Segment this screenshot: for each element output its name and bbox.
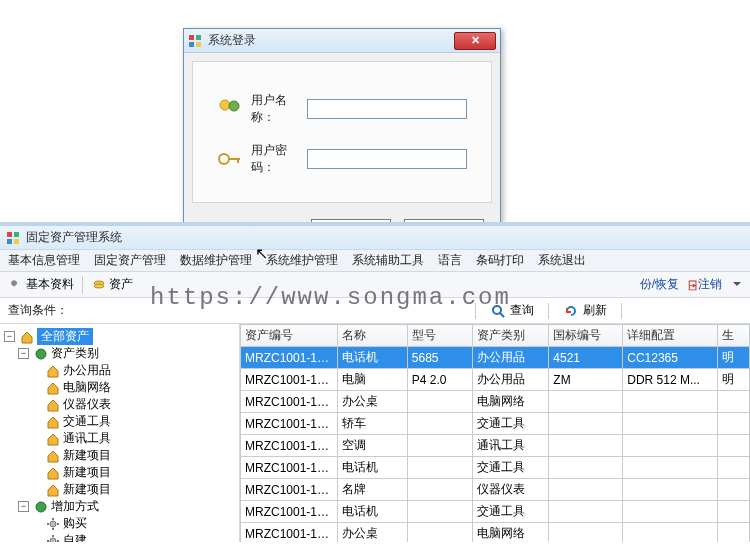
house-icon bbox=[45, 363, 61, 379]
cell-name: 电脑 bbox=[338, 369, 408, 391]
cell-id: MRZC1001-1017 bbox=[241, 347, 338, 369]
collapse-icon[interactable]: − bbox=[18, 501, 29, 512]
users-icon bbox=[217, 97, 243, 121]
menu-system-tools[interactable]: 系统辅助工具 bbox=[352, 252, 424, 269]
refresh-icon bbox=[563, 303, 579, 319]
svg-rect-10 bbox=[14, 232, 19, 237]
table-row[interactable]: MRZC1001-1031空调通讯工具 bbox=[241, 435, 750, 457]
collapse-icon[interactable]: − bbox=[4, 331, 15, 342]
table-row[interactable]: MRZC1001-1033名牌仪器仪表 bbox=[241, 479, 750, 501]
cell-model bbox=[407, 391, 472, 413]
house-icon bbox=[45, 448, 61, 464]
menu-barcode-print[interactable]: 条码打印 bbox=[476, 252, 524, 269]
dropdown-icon[interactable] bbox=[732, 278, 742, 292]
tree-category-group[interactable]: − 资产类别 bbox=[18, 345, 237, 362]
col-asset-id[interactable]: 资产编号 bbox=[241, 325, 338, 347]
content-area: − 全部资产 − 资产类别 办公用品电脑网络仪器仪表交通工具通讯工具新建项目新建… bbox=[0, 324, 750, 542]
cell-name: 名牌 bbox=[338, 479, 408, 501]
tree-category-item[interactable]: 仪器仪表 bbox=[32, 396, 237, 413]
collapse-icon[interactable]: − bbox=[18, 348, 29, 359]
cell-last: 明 bbox=[718, 369, 750, 391]
login-titlebar[interactable]: 系统登录 ✕ bbox=[184, 29, 500, 53]
cell-model bbox=[407, 523, 472, 543]
refresh-label: 刷新 bbox=[583, 302, 607, 319]
table-row[interactable]: MRZC1001-1027办公桌电脑网络 bbox=[241, 391, 750, 413]
main-title: 固定资产管理系统 bbox=[26, 229, 122, 246]
separator bbox=[548, 303, 549, 319]
cell-id: MRZC1001-1034 bbox=[241, 501, 338, 523]
menu-system-maint[interactable]: 系统维护管理 bbox=[266, 252, 338, 269]
tree-category-item[interactable]: 新建项目 bbox=[32, 481, 237, 498]
username-row: 用户名称： bbox=[217, 92, 467, 126]
cell-cat: 交通工具 bbox=[473, 413, 549, 435]
house-icon bbox=[45, 397, 61, 413]
main-titlebar[interactable]: 固定资产管理系统 bbox=[0, 226, 750, 250]
search-label: 查询 bbox=[510, 302, 534, 319]
cell-last bbox=[718, 391, 750, 413]
svg-rect-8 bbox=[237, 158, 239, 163]
tree-root[interactable]: − 全部资产 bbox=[4, 328, 237, 345]
tree-addmethod-item[interactable]: 购买 bbox=[32, 515, 237, 532]
menu-language[interactable]: 语言 bbox=[438, 252, 462, 269]
col-name[interactable]: 名称 bbox=[338, 325, 408, 347]
tree-root-label: 全部资产 bbox=[37, 328, 93, 345]
logout-label: 注销 bbox=[698, 276, 722, 293]
table-row[interactable]: MRZC1001-1026电脑P4 2.0办公用品ZMDDR 512 M...明 bbox=[241, 369, 750, 391]
col-national-code[interactable]: 国标编号 bbox=[549, 325, 623, 347]
toolbar-asset[interactable]: 资产 bbox=[87, 275, 137, 294]
cell-last bbox=[718, 413, 750, 435]
backup-restore-link[interactable]: 份/恢复 bbox=[640, 276, 679, 293]
separator bbox=[82, 276, 83, 294]
col-last[interactable]: 生 bbox=[718, 325, 750, 347]
cell-cat: 通讯工具 bbox=[473, 435, 549, 457]
cell-id: MRZC1001-1030 bbox=[241, 413, 338, 435]
cell-nat bbox=[549, 501, 623, 523]
menu-fixed-asset[interactable]: 固定资产管理 bbox=[94, 252, 166, 269]
cell-nat bbox=[549, 523, 623, 543]
gear-icon bbox=[45, 533, 61, 543]
cell-cat: 电脑网络 bbox=[473, 523, 549, 543]
tree-addmethod-group[interactable]: − 增加方式 bbox=[18, 498, 237, 515]
globe-icon bbox=[33, 346, 49, 362]
refresh-button[interactable]: 刷新 bbox=[557, 302, 613, 319]
username-input[interactable] bbox=[307, 99, 467, 119]
tree-category-item[interactable]: 通讯工具 bbox=[32, 430, 237, 447]
tree-item-label: 仪器仪表 bbox=[63, 396, 111, 413]
table-row[interactable]: MRZC1001-1017电话机5685办公用品4521CC12365明 bbox=[241, 347, 750, 369]
col-detail[interactable]: 详细配置 bbox=[623, 325, 718, 347]
close-button[interactable]: ✕ bbox=[454, 32, 496, 50]
tree-item-label: 交通工具 bbox=[63, 413, 111, 430]
col-model[interactable]: 型号 bbox=[407, 325, 472, 347]
tree-category-item[interactable]: 交通工具 bbox=[32, 413, 237, 430]
username-label: 用户名称： bbox=[251, 92, 307, 126]
house-icon bbox=[45, 431, 61, 447]
col-category[interactable]: 资产类别 bbox=[473, 325, 549, 347]
tree-item-label: 购买 bbox=[63, 515, 87, 532]
tree-item-label: 电脑网络 bbox=[63, 379, 111, 396]
search-button[interactable]: 查询 bbox=[484, 302, 540, 319]
tree-addmethod-item[interactable]: 自建 bbox=[32, 532, 237, 542]
asset-table: 资产编号 名称 型号 资产类别 国标编号 详细配置 生 MRZC1001-101… bbox=[240, 324, 750, 542]
table-row[interactable]: MRZC1001-1035办公桌电脑网络 bbox=[241, 523, 750, 543]
table-row[interactable]: MRZC1001-1032电话机交通工具 bbox=[241, 457, 750, 479]
menu-basic-info[interactable]: 基本信息管理 bbox=[8, 252, 80, 269]
password-input[interactable] bbox=[307, 149, 467, 169]
menu-system-exit[interactable]: 系统退出 bbox=[538, 252, 586, 269]
logout-link[interactable]: ⍈ 注销 bbox=[689, 276, 722, 293]
tree-category-item[interactable]: 电脑网络 bbox=[32, 379, 237, 396]
toolbar-basic-data[interactable]: 基本资料 bbox=[4, 275, 78, 294]
cell-id: MRZC1001-1026 bbox=[241, 369, 338, 391]
cell-nat bbox=[549, 479, 623, 501]
main-toolbar: 基本资料 资产 份/恢复 ⍈ 注销 bbox=[0, 272, 750, 298]
tree-category-item[interactable]: 新建项目 bbox=[32, 447, 237, 464]
menu-data-maint[interactable]: 数据维护管理 bbox=[180, 252, 252, 269]
svg-rect-12 bbox=[14, 239, 19, 244]
app-icon bbox=[188, 34, 202, 48]
tree-item-label: 自建 bbox=[63, 532, 87, 542]
table-row[interactable]: MRZC1001-1030轿车交通工具 bbox=[241, 413, 750, 435]
tree-category-item[interactable]: 新建项目 bbox=[32, 464, 237, 481]
svg-line-16 bbox=[500, 313, 504, 317]
svg-rect-9 bbox=[7, 232, 12, 237]
table-row[interactable]: MRZC1001-1034电话机交通工具 bbox=[241, 501, 750, 523]
tree-category-item[interactable]: 办公用品 bbox=[32, 362, 237, 379]
